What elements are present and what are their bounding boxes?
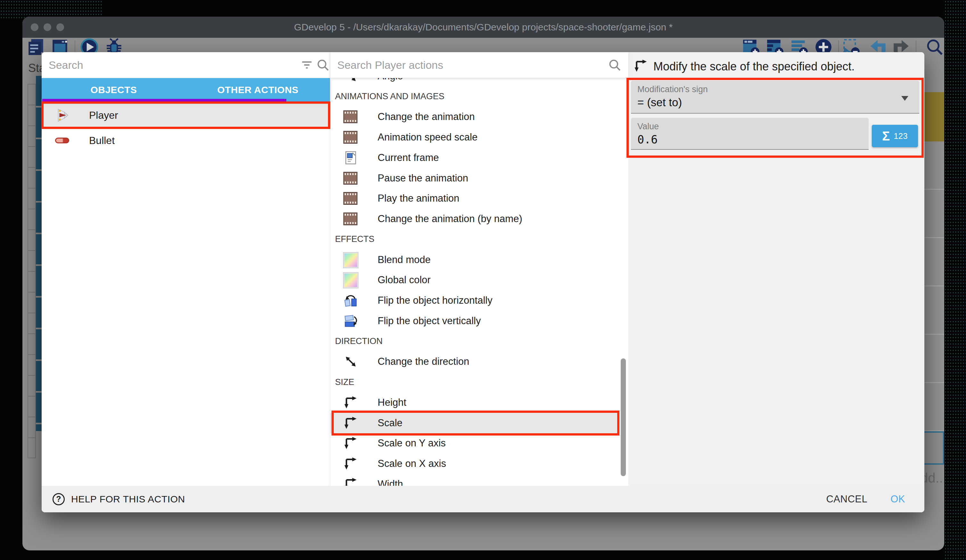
action-label: Scale <box>378 417 402 429</box>
action-row-scale[interactable]: Scale <box>330 413 619 433</box>
objects-list: PlayerBullet <box>42 102 330 485</box>
desktop: GDevelop 5 - /Users/dkarakay/Documents/G… <box>0 0 966 560</box>
dialog-footer: ? HELP FOR THIS ACTION CANCEL OK <box>42 486 924 513</box>
action-label: Height <box>378 397 406 408</box>
tab-other-actions[interactable]: OTHER ACTIONS <box>186 78 330 102</box>
film-icon <box>343 191 358 206</box>
expression-editor-button[interactable]: Σ 123 <box>872 125 918 147</box>
action-row-play-the-animation[interactable]: Play the animation <box>330 188 619 209</box>
help-icon: ? <box>53 493 65 505</box>
film-icon <box>343 110 358 124</box>
bullet-icon <box>55 133 70 148</box>
scale-icon <box>343 395 358 410</box>
action-row-scale-on-y-axis[interactable]: Scale on Y axis <box>330 433 619 454</box>
actions-list: AngleANIMATIONS AND IMAGESChange the ani… <box>330 78 628 486</box>
expression-button-label: 123 <box>894 131 907 141</box>
action-label: Change the animation <box>378 111 475 123</box>
action-label: Current frame <box>378 152 439 164</box>
action-label: Change the animation (by name) <box>378 213 522 224</box>
action-label: Play the animation <box>378 193 459 204</box>
action-row-global-color[interactable]: Global color <box>330 270 619 291</box>
action-description: Modify the scale of the specified object… <box>654 60 854 73</box>
action-row-width[interactable]: Width <box>330 474 619 486</box>
player-ship-icon <box>55 108 70 123</box>
action-row-flip-the-object-horizontally[interactable]: Flip the object horizontally <box>330 290 619 311</box>
events-sheet-cells <box>28 84 36 458</box>
action-row-change-the-animation-by-name[interactable]: Change the animation (by name) <box>330 209 619 229</box>
background-row-borders <box>922 141 944 431</box>
film-icon <box>343 171 358 186</box>
action-label: Angle <box>378 78 403 82</box>
modification-sign-select[interactable]: Modification's sign = (set to) <box>631 81 919 114</box>
cancel-button[interactable]: CANCEL <box>826 493 867 505</box>
action-row-angle[interactable]: Angle <box>330 78 619 87</box>
action-label: Scale on X axis <box>378 458 446 470</box>
search-icon[interactable] <box>925 38 944 56</box>
search-icon[interactable] <box>608 58 622 72</box>
action-row-blend-mode[interactable]: Blend mode <box>330 250 619 270</box>
window-title: GDevelop 5 - /Users/dkarakay/Documents/G… <box>294 22 673 33</box>
section-header-direction: DIRECTION <box>330 331 628 352</box>
action-row-pause-the-animation[interactable]: Pause the animation <box>330 168 619 188</box>
toolbar-separator <box>75 40 75 54</box>
field-label: Modification's sign <box>637 85 708 94</box>
sigma-icon: Σ <box>882 129 890 143</box>
frame-icon <box>343 151 358 165</box>
scale-icon <box>634 59 648 73</box>
tab-objects[interactable]: OBJECTS <box>42 78 186 102</box>
value-input[interactable]: Value 0.6 <box>631 118 869 150</box>
action-row-change-the-animation[interactable]: Change the animation <box>330 107 619 128</box>
actions-search-row <box>330 52 628 78</box>
actions-search-input[interactable] <box>330 52 628 78</box>
film-icon <box>343 130 358 145</box>
action-label: Flip the object horizontally <box>378 295 492 306</box>
chevron-down-icon <box>901 96 909 101</box>
object-label: Player <box>89 110 118 121</box>
object-row-player[interactable]: Player <box>44 104 328 127</box>
scrollbar-thumb[interactable] <box>621 359 626 476</box>
help-button[interactable]: ? HELP FOR THIS ACTION <box>53 493 185 505</box>
close-button[interactable] <box>31 23 38 31</box>
direction-icon <box>343 354 358 369</box>
action-label: Scale on Y axis <box>378 437 446 449</box>
actions-list-viewport: AngleANIMATIONS AND IMAGESChange the ani… <box>330 78 628 486</box>
ok-button[interactable]: OK <box>890 493 905 505</box>
action-label: Pause the animation <box>378 172 468 184</box>
field-value: 0.6 <box>637 133 657 146</box>
scale-icon <box>343 416 358 431</box>
action-label: Global color <box>378 274 430 286</box>
film-icon <box>343 211 358 226</box>
action-row-scale-on-x-axis[interactable]: Scale on X axis <box>330 454 619 474</box>
objects-panel: OBJECTS OTHER ACTIONS PlayerBullet <box>42 52 330 486</box>
flip-h-icon <box>343 293 358 308</box>
action-editor-dialog: OBJECTS OTHER ACTIONS PlayerBullet Angle… <box>42 52 924 513</box>
action-row-current-frame[interactable]: Current frame <box>330 147 619 168</box>
angle-icon <box>343 78 358 84</box>
flip-v-icon <box>343 314 358 328</box>
object-row-bullet[interactable]: Bullet <box>44 129 328 152</box>
action-label: Flip the object vertically <box>378 315 481 327</box>
blend-icon <box>343 252 358 267</box>
filter-icon[interactable] <box>300 58 314 72</box>
search-icon[interactable] <box>316 58 330 72</box>
action-row-change-the-direction[interactable]: Change the direction <box>330 352 619 372</box>
toolbar-separator <box>916 40 916 54</box>
section-header-size: SIZE <box>330 372 628 392</box>
scale-icon <box>343 456 358 471</box>
field-label: Value <box>637 121 659 131</box>
action-row-height[interactable]: Height <box>330 392 619 413</box>
object-label: Bullet <box>89 135 115 147</box>
action-label: Width <box>378 478 403 486</box>
action-row-animation-speed-scale[interactable]: Animation speed scale <box>330 127 619 147</box>
section-header-effects: EFFECTS <box>330 229 628 250</box>
desktop-texture <box>944 0 966 560</box>
zoom-button[interactable] <box>56 23 64 31</box>
scale-icon <box>343 477 358 486</box>
section-header-animations-and-images: ANIMATIONS AND IMAGES <box>330 87 628 107</box>
minimize-button[interactable] <box>44 23 51 31</box>
objects-search-input[interactable] <box>42 52 330 78</box>
background-yellow-button <box>922 92 944 141</box>
color-icon <box>343 273 358 287</box>
action-row-flip-the-object-vertically[interactable]: Flip the object vertically <box>330 311 619 331</box>
active-tab-indicator <box>42 99 286 102</box>
